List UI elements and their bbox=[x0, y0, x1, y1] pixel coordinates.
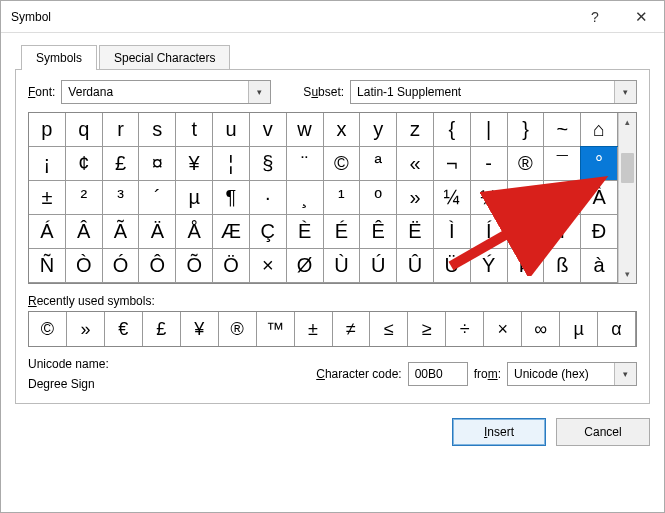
recent-symbol-cell[interactable]: © bbox=[29, 312, 67, 346]
symbol-cell[interactable]: s bbox=[139, 113, 176, 147]
symbol-cell[interactable]: Ø bbox=[287, 249, 324, 283]
symbol-cell[interactable]: p bbox=[29, 113, 66, 147]
symbol-cell[interactable]: Ú bbox=[360, 249, 397, 283]
scroll-up-arrow[interactable]: ▴ bbox=[619, 113, 636, 131]
symbol-cell[interactable]: ¦ bbox=[213, 147, 250, 181]
symbol-cell[interactable]: × bbox=[250, 249, 287, 283]
symbol-cell[interactable]: Ö bbox=[213, 249, 250, 283]
symbol-cell[interactable]: ¿ bbox=[544, 181, 581, 215]
recent-symbol-cell[interactable]: ≠ bbox=[333, 312, 371, 346]
symbol-cell[interactable]: Û bbox=[397, 249, 434, 283]
recent-symbol-cell[interactable]: α bbox=[598, 312, 636, 346]
symbol-cell[interactable]: t bbox=[176, 113, 213, 147]
symbol-cell[interactable]: Å bbox=[176, 215, 213, 249]
symbol-cell[interactable]: Ä bbox=[139, 215, 176, 249]
recent-symbol-cell[interactable]: ® bbox=[219, 312, 257, 346]
symbol-cell[interactable]: u bbox=[213, 113, 250, 147]
symbol-cell[interactable]: © bbox=[324, 147, 361, 181]
chevron-down-icon[interactable]: ▾ bbox=[614, 81, 636, 103]
symbol-cell[interactable]: ¡ bbox=[29, 147, 66, 181]
recent-symbol-cell[interactable]: £ bbox=[143, 312, 181, 346]
help-button[interactable]: ? bbox=[572, 1, 618, 33]
symbol-cell[interactable]: Ç bbox=[250, 215, 287, 249]
symbol-cell[interactable]: ¯ bbox=[544, 147, 581, 181]
symbol-cell[interactable]: { bbox=[434, 113, 471, 147]
subset-combo[interactable]: Latin-1 Supplement ▾ bbox=[350, 80, 637, 104]
from-combo[interactable]: Unicode (hex) ▾ bbox=[507, 362, 637, 386]
symbol-cell[interactable]: Þ bbox=[508, 249, 545, 283]
symbol-cell[interactable]: · bbox=[250, 181, 287, 215]
symbol-cell[interactable]: ¶ bbox=[213, 181, 250, 215]
recent-symbol-cell[interactable]: ∞ bbox=[522, 312, 560, 346]
symbol-cell[interactable]: à bbox=[581, 249, 618, 283]
recent-symbol-cell[interactable]: € bbox=[105, 312, 143, 346]
symbol-cell[interactable]: ¼ bbox=[434, 181, 471, 215]
symbol-cell[interactable]: r bbox=[103, 113, 140, 147]
symbol-cell[interactable]: Ù bbox=[324, 249, 361, 283]
cancel-button[interactable]: Cancel bbox=[556, 418, 650, 446]
tab-symbols[interactable]: Symbols bbox=[21, 45, 97, 70]
symbol-cell[interactable]: Ê bbox=[360, 215, 397, 249]
symbol-grid[interactable]: pqrstuvwxyz{|}~⌂¡¢£¤¥¦§¨©ª«¬-®¯°±²³´µ¶·¸… bbox=[29, 113, 618, 283]
symbol-cell[interactable]: § bbox=[250, 147, 287, 181]
recent-symbol-cell[interactable]: ¥ bbox=[181, 312, 219, 346]
close-button[interactable]: ✕ bbox=[618, 1, 664, 33]
grid-scrollbar[interactable]: ▴ ▾ bbox=[618, 113, 636, 283]
tab-special-characters[interactable]: Special Characters bbox=[99, 45, 230, 70]
symbol-cell[interactable]: ½ bbox=[471, 181, 508, 215]
recently-used-grid[interactable]: ©»€£¥®™±≠≤≥÷×∞µα bbox=[28, 311, 637, 347]
symbol-cell[interactable]: w bbox=[287, 113, 324, 147]
recent-symbol-cell[interactable]: ≤ bbox=[370, 312, 408, 346]
symbol-cell[interactable]: ¾ bbox=[508, 181, 545, 215]
recent-symbol-cell[interactable]: » bbox=[67, 312, 105, 346]
symbol-cell[interactable]: ~ bbox=[544, 113, 581, 147]
symbol-cell[interactable]: v bbox=[250, 113, 287, 147]
symbol-cell[interactable]: ß bbox=[544, 249, 581, 283]
character-code-input[interactable] bbox=[408, 362, 468, 386]
symbol-cell[interactable]: À bbox=[581, 181, 618, 215]
symbol-cell[interactable]: ³ bbox=[103, 181, 140, 215]
symbol-cell[interactable]: ² bbox=[66, 181, 103, 215]
recent-symbol-cell[interactable]: µ bbox=[560, 312, 598, 346]
symbol-cell[interactable]: y bbox=[360, 113, 397, 147]
font-combo[interactable]: Verdana ▾ bbox=[61, 80, 271, 104]
symbol-cell[interactable]: } bbox=[508, 113, 545, 147]
recent-symbol-cell[interactable]: ± bbox=[295, 312, 333, 346]
symbol-cell[interactable]: Ñ bbox=[29, 249, 66, 283]
symbol-cell[interactable]: » bbox=[397, 181, 434, 215]
symbol-cell[interactable]: Ã bbox=[103, 215, 140, 249]
symbol-cell[interactable]: Í bbox=[471, 215, 508, 249]
recent-symbol-cell[interactable]: ™ bbox=[257, 312, 295, 346]
chevron-down-icon[interactable]: ▾ bbox=[248, 81, 270, 103]
symbol-cell[interactable]: È bbox=[287, 215, 324, 249]
symbol-cell[interactable]: ´ bbox=[139, 181, 176, 215]
symbol-cell[interactable]: - bbox=[471, 147, 508, 181]
symbol-cell[interactable]: Ò bbox=[66, 249, 103, 283]
symbol-cell[interactable]: Ï bbox=[544, 215, 581, 249]
symbol-cell[interactable]: ¬ bbox=[434, 147, 471, 181]
symbol-cell[interactable]: µ bbox=[176, 181, 213, 215]
symbol-cell[interactable]: Ð bbox=[581, 215, 618, 249]
symbol-cell[interactable]: ª bbox=[360, 147, 397, 181]
symbol-cell[interactable]: Ý bbox=[471, 249, 508, 283]
symbol-cell[interactable]: £ bbox=[103, 147, 140, 181]
symbol-cell[interactable]: ¨ bbox=[287, 147, 324, 181]
symbol-cell[interactable]: Á bbox=[29, 215, 66, 249]
symbol-cell[interactable]: Î bbox=[508, 215, 545, 249]
symbol-cell[interactable]: ¥ bbox=[176, 147, 213, 181]
symbol-cell[interactable]: q bbox=[66, 113, 103, 147]
scroll-thumb[interactable] bbox=[621, 153, 634, 183]
symbol-cell[interactable]: Ë bbox=[397, 215, 434, 249]
symbol-cell[interactable]: ¸ bbox=[287, 181, 324, 215]
symbol-cell[interactable]: º bbox=[360, 181, 397, 215]
symbol-cell[interactable]: Æ bbox=[213, 215, 250, 249]
symbol-cell[interactable]: ⌂ bbox=[581, 113, 618, 147]
symbol-cell[interactable]: ° bbox=[581, 147, 618, 181]
symbol-cell[interactable]: Â bbox=[66, 215, 103, 249]
symbol-cell[interactable]: Õ bbox=[176, 249, 213, 283]
recent-symbol-cell[interactable]: × bbox=[484, 312, 522, 346]
symbol-cell[interactable]: Ü bbox=[434, 249, 471, 283]
symbol-cell[interactable]: ¤ bbox=[139, 147, 176, 181]
recent-symbol-cell[interactable]: ≥ bbox=[408, 312, 446, 346]
symbol-cell[interactable]: ¹ bbox=[324, 181, 361, 215]
